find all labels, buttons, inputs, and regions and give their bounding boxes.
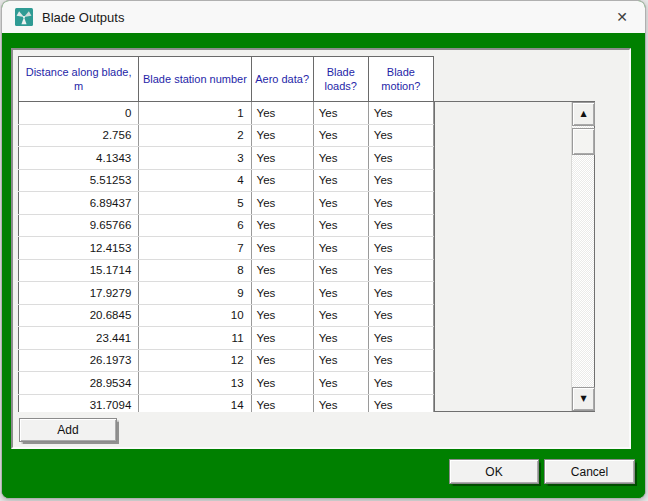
cell-distance[interactable]: 20.6845 <box>19 304 139 327</box>
cell-motion[interactable]: Yes <box>368 372 433 395</box>
cell-aero[interactable]: Yes <box>251 327 313 350</box>
cell-aero[interactable]: Yes <box>251 372 313 395</box>
window-title: Blade Outputs <box>42 10 124 25</box>
cancel-button[interactable]: Cancel <box>544 459 635 484</box>
vertical-scrollbar[interactable]: ▲ ▼ <box>571 102 594 411</box>
cell-distance[interactable]: 28.9534 <box>19 372 139 395</box>
scroll-down-icon[interactable]: ▼ <box>572 387 595 411</box>
title-bar: Blade Outputs ✕ <box>2 1 645 33</box>
cell-loads[interactable]: Yes <box>313 192 368 215</box>
cell-motion[interactable]: Yes <box>368 259 433 282</box>
cell-station[interactable]: 12 <box>139 349 251 372</box>
cell-aero[interactable]: Yes <box>251 102 313 125</box>
cell-station[interactable]: 6 <box>139 214 251 237</box>
cell-motion[interactable]: Yes <box>368 394 433 412</box>
cell-aero[interactable]: Yes <box>251 349 313 372</box>
cell-distance[interactable]: 9.65766 <box>19 214 139 237</box>
cell-distance[interactable]: 31.7094 <box>19 394 139 412</box>
cell-loads[interactable]: Yes <box>313 327 368 350</box>
cell-loads[interactable]: Yes <box>313 282 368 305</box>
cell-aero[interactable]: Yes <box>251 214 313 237</box>
cell-loads[interactable]: Yes <box>313 372 368 395</box>
table-viewport: Distance along blade, m Blade station nu… <box>18 56 435 412</box>
cell-distance[interactable]: 2.756 <box>19 124 139 147</box>
cell-loads[interactable]: Yes <box>313 102 368 125</box>
cell-station[interactable]: 2 <box>139 124 251 147</box>
close-icon[interactable]: ✕ <box>599 1 645 33</box>
cell-station[interactable]: 10 <box>139 304 251 327</box>
cell-station[interactable]: 4 <box>139 169 251 192</box>
cell-station[interactable]: 14 <box>139 394 251 412</box>
cell-loads[interactable]: Yes <box>313 124 368 147</box>
table-row: 20.6845 10 Yes Yes Yes <box>19 304 434 327</box>
cell-station[interactable]: 11 <box>139 327 251 350</box>
cell-distance[interactable]: 23.441 <box>19 327 139 350</box>
cell-station[interactable]: 7 <box>139 237 251 260</box>
cell-motion[interactable]: Yes <box>368 304 433 327</box>
cell-loads[interactable]: Yes <box>313 147 368 170</box>
cell-distance[interactable]: 15.1714 <box>19 259 139 282</box>
cell-motion[interactable]: Yes <box>368 282 433 305</box>
table-body: 0 1 Yes Yes Yes 2.756 2 Yes Yes Yes 4.13… <box>19 102 434 413</box>
cell-distance[interactable]: 26.1973 <box>19 349 139 372</box>
cell-aero[interactable]: Yes <box>251 237 313 260</box>
table-row: 9.65766 6 Yes Yes Yes <box>19 214 434 237</box>
cell-motion[interactable]: Yes <box>368 147 433 170</box>
cell-loads[interactable]: Yes <box>313 304 368 327</box>
cell-distance[interactable]: 5.51253 <box>19 169 139 192</box>
cell-motion[interactable]: Yes <box>368 214 433 237</box>
cell-distance[interactable]: 17.9279 <box>19 282 139 305</box>
cell-motion[interactable]: Yes <box>368 102 433 125</box>
col-header-distance: Distance along blade, m <box>19 57 139 102</box>
table-row: 31.7094 14 Yes Yes Yes <box>19 394 434 412</box>
blade-stations-grid: Distance along blade, m Blade station nu… <box>18 56 576 412</box>
cell-motion[interactable]: Yes <box>368 327 433 350</box>
col-header-motion: Blade motion? <box>368 57 433 102</box>
header-row: Distance along blade, m Blade station nu… <box>19 57 434 102</box>
table-row: 17.9279 9 Yes Yes Yes <box>19 282 434 305</box>
cell-motion[interactable]: Yes <box>368 124 433 147</box>
cell-station[interactable]: 9 <box>139 282 251 305</box>
cell-loads[interactable]: Yes <box>313 237 368 260</box>
table-row: 2.756 2 Yes Yes Yes <box>19 124 434 147</box>
cell-aero[interactable]: Yes <box>251 192 313 215</box>
cell-distance[interactable]: 0 <box>19 102 139 125</box>
cell-aero[interactable]: Yes <box>251 124 313 147</box>
cell-motion[interactable]: Yes <box>368 237 433 260</box>
cell-loads[interactable]: Yes <box>313 394 368 412</box>
cell-aero[interactable]: Yes <box>251 169 313 192</box>
blade-outputs-dialog: Blade Outputs ✕ Distance along blade, m … <box>1 0 646 499</box>
cell-station[interactable]: 8 <box>139 259 251 282</box>
cell-distance[interactable]: 4.1343 <box>19 147 139 170</box>
cell-aero[interactable]: Yes <box>251 282 313 305</box>
cell-station[interactable]: 3 <box>139 147 251 170</box>
cell-station[interactable]: 1 <box>139 102 251 125</box>
table-row: 12.4153 7 Yes Yes Yes <box>19 237 434 260</box>
cell-loads[interactable]: Yes <box>313 349 368 372</box>
cell-loads[interactable]: Yes <box>313 169 368 192</box>
blade-stations-table: Distance along blade, m Blade station nu… <box>18 56 434 412</box>
table-row: 0 1 Yes Yes Yes <box>19 102 434 125</box>
table-row: 5.51253 4 Yes Yes Yes <box>19 169 434 192</box>
col-header-station: Blade station number <box>139 57 251 102</box>
cell-aero[interactable]: Yes <box>251 304 313 327</box>
ok-button[interactable]: OK <box>449 459 539 484</box>
scrollbar-thumb[interactable] <box>572 128 595 155</box>
cell-aero[interactable]: Yes <box>251 147 313 170</box>
cell-aero[interactable]: Yes <box>251 259 313 282</box>
scroll-up-icon[interactable]: ▲ <box>572 102 595 126</box>
cell-motion[interactable]: Yes <box>368 192 433 215</box>
add-button[interactable]: Add <box>19 418 117 442</box>
cell-loads[interactable]: Yes <box>313 259 368 282</box>
cell-distance[interactable]: 12.4153 <box>19 237 139 260</box>
cell-aero[interactable]: Yes <box>251 394 313 412</box>
turbine-app-icon <box>15 8 33 26</box>
table-row: 4.1343 3 Yes Yes Yes <box>19 147 434 170</box>
cell-loads[interactable]: Yes <box>313 214 368 237</box>
cell-station[interactable]: 5 <box>139 192 251 215</box>
table-row: 15.1714 8 Yes Yes Yes <box>19 259 434 282</box>
cell-station[interactable]: 13 <box>139 372 251 395</box>
cell-motion[interactable]: Yes <box>368 169 433 192</box>
cell-distance[interactable]: 6.89437 <box>19 192 139 215</box>
cell-motion[interactable]: Yes <box>368 349 433 372</box>
